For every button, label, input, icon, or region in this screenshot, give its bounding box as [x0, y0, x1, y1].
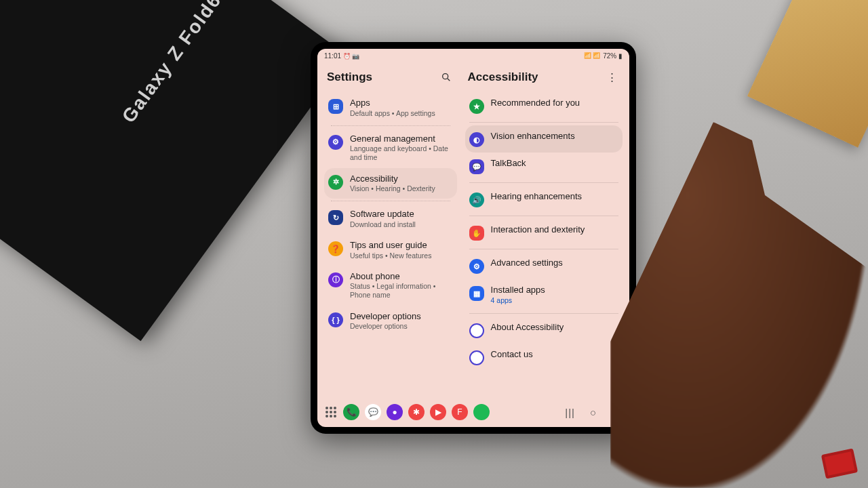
item-title: Interaction and dexterity [491, 224, 585, 235]
item-subtitle: 4 apps [491, 296, 545, 305]
item-text: Vision enhancements [491, 131, 575, 142]
settings-item-tips-and-user-guide[interactable]: ❓Tips and user guideUseful tips • New fe… [324, 235, 457, 266]
item-icon: ❓ [328, 241, 343, 256]
settings-pane: Settings ⊞AppsDefault apps • App setting… [317, 62, 461, 397]
search-button[interactable] [438, 69, 454, 85]
item-title: About Accessibility [491, 322, 564, 333]
item-icon: ⓘ [328, 272, 343, 287]
settings-item-accessibility[interactable]: ✲AccessibilityVision • Hearing • Dexteri… [324, 168, 457, 199]
divider [331, 125, 450, 126]
item-text: Contact us [491, 349, 533, 360]
dock-app[interactable]: F [452, 404, 468, 420]
accessibility-title: Accessibility [468, 70, 538, 84]
battery-text: 72% ▮ [603, 52, 623, 60]
dock-app[interactable] [473, 404, 490, 420]
item-icon: ⚙ [469, 259, 484, 274]
item-text: Recommended for you [491, 98, 580, 108]
accessibility-list: ★Recommended for you◐Vision enhancements… [465, 92, 623, 371]
status-right: 📶 📶 72% ▮ [584, 52, 623, 60]
item-text: Tips and user guideUseful tips • New fea… [350, 240, 431, 260]
accessibility-pane: Accessibility ⋮ ★Recommended for you◐Vis… [461, 62, 629, 397]
status-time: 11:01 [324, 52, 341, 60]
item-icon: ↻ [328, 210, 343, 225]
nav-home[interactable]: ○ [590, 407, 596, 418]
settings-item-general-management[interactable]: ⚙General managementLanguage and keyboard… [324, 128, 457, 168]
accessibility-item-installed-apps[interactable]: ▦Installed apps4 apps [465, 279, 623, 310]
item-text: General managementLanguage and keyboard … [350, 134, 453, 163]
more-button[interactable]: ⋮ [604, 69, 620, 85]
app-drawer-button[interactable] [326, 407, 336, 418]
divider [331, 201, 450, 201]
separator [469, 216, 618, 216]
item-text: Hearing enhancements [491, 191, 582, 202]
item-title: Advanced settings [491, 258, 563, 268]
accessibility-item-contact-us[interactable]: ✉Contact us [465, 344, 623, 371]
item-title: Hearing enhancements [491, 191, 582, 202]
item-title: TalkBack [491, 158, 526, 169]
accessibility-header: Accessibility ⋮ [465, 65, 623, 92]
settings-list: ⊞AppsDefault apps • App settings⚙General… [324, 92, 457, 336]
item-text: About Accessibility [491, 322, 564, 333]
item-title: Developer options [350, 311, 421, 322]
columns: Settings ⊞AppsDefault apps • App setting… [317, 62, 629, 397]
settings-title: Settings [327, 70, 372, 84]
accessibility-item-interaction-and-dexterity[interactable]: ✋Interaction and dexterity [465, 219, 623, 246]
accessibility-item-vision-enhancements[interactable]: ◐Vision enhancements [465, 125, 623, 152]
svg-line-1 [448, 79, 450, 81]
dock-app[interactable]: ▶ [430, 404, 446, 420]
item-subtitle: Default apps • App settings [350, 109, 435, 118]
item-icon: 💬 [469, 159, 484, 174]
item-title: General management [350, 134, 453, 144]
item-icon: ✋ [469, 226, 484, 241]
accessibility-item-talkback[interactable]: 💬TalkBack [465, 152, 623, 180]
item-title: Software update [350, 209, 416, 220]
status-bar: 11:01 ⏰ 📷 📶 📶 72% ▮ [317, 49, 629, 62]
item-subtitle: Developer options [350, 322, 421, 331]
item-title: Contact us [491, 349, 533, 360]
item-title: Vision enhancements [491, 131, 575, 142]
accessibility-item-about-accessibility[interactable]: ◯About Accessibility [465, 317, 623, 344]
item-icon: { } [328, 312, 343, 327]
item-text: AccessibilityVision • Hearing • Dexterit… [350, 174, 435, 194]
item-subtitle: Download and install [350, 220, 416, 229]
item-icon: ✉ [469, 350, 484, 365]
accessibility-item-recommended-for-you[interactable]: ★Recommended for you [465, 92, 623, 119]
item-title: Tips and user guide [350, 240, 431, 251]
dock-apps: 📞💬●✱▶F [343, 404, 490, 420]
dock-app[interactable]: ✱ [408, 404, 425, 420]
item-text: AppsDefault apps • App settings [350, 98, 435, 118]
item-text: TalkBack [491, 158, 526, 169]
taskbar: 📞💬●✱▶F ||| ○ 〈 [317, 397, 629, 427]
accessibility-item-hearing-enhancements[interactable]: 🔊Hearing enhancements [465, 186, 623, 213]
screen: 11:01 ⏰ 📷 📶 📶 72% ▮ Settings ⊞AppsDefaul… [317, 49, 629, 427]
item-icon: ⚙ [328, 135, 343, 150]
separator [469, 122, 618, 123]
item-text: Advanced settings [491, 258, 563, 268]
separator [469, 182, 618, 183]
item-text: Interaction and dexterity [491, 224, 585, 235]
dock-app[interactable]: 📞 [343, 404, 359, 420]
item-title: Accessibility [350, 174, 435, 184]
item-icon: ★ [469, 99, 484, 114]
nav-recents[interactable]: ||| [565, 407, 575, 418]
item-subtitle: Language and keyboard • Date and time [350, 144, 453, 162]
more-icon: ⋮ [607, 71, 616, 83]
settings-item-apps[interactable]: ⊞AppsDefault apps • App settings [324, 92, 457, 123]
item-icon: ✲ [328, 175, 343, 190]
item-title: Apps [350, 98, 435, 108]
settings-item-developer-options[interactable]: { }Developer optionsDeveloper options [324, 306, 457, 337]
item-text: Software updateDownload and install [350, 209, 416, 229]
item-text: Developer optionsDeveloper options [350, 311, 421, 331]
item-title: Installed apps [491, 285, 545, 296]
dock-app[interactable]: 💬 [365, 404, 381, 420]
dock-app[interactable]: ● [387, 404, 403, 420]
search-icon [441, 72, 452, 83]
svg-point-0 [442, 74, 448, 79]
accessibility-item-advanced-settings[interactable]: ⚙Advanced settings [465, 252, 623, 279]
status-left-icons: ⏰ 📷 [343, 53, 360, 60]
settings-item-about-phone[interactable]: ⓘAbout phoneStatus • Legal information •… [324, 266, 457, 306]
item-subtitle: Status • Legal information • Phone name [350, 282, 453, 300]
item-icon: ◐ [469, 132, 484, 147]
separator [469, 313, 618, 314]
settings-item-software-update[interactable]: ↻Software updateDownload and install [324, 203, 457, 235]
